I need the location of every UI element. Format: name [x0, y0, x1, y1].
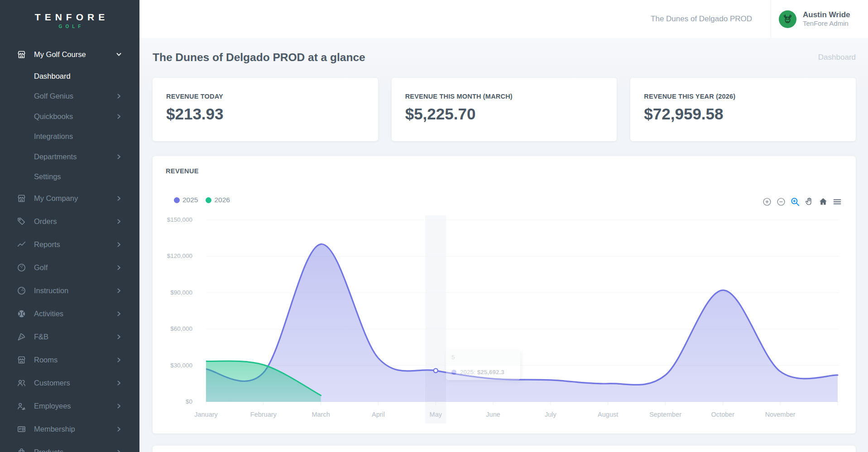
- sidebar-item-label: Instruction: [34, 286, 68, 295]
- employee-icon: [16, 401, 26, 411]
- chart-plot-area[interactable]: [206, 210, 839, 419]
- chart-legend: 20252026: [174, 196, 230, 204]
- sidebar-item-employees[interactable]: Employees: [0, 395, 139, 418]
- sidebar-item-my-company[interactable]: My Company: [0, 187, 139, 210]
- stat-label: REVENUE THIS YEAR (2026): [644, 93, 842, 100]
- sidebar-item-label: Products: [34, 448, 63, 452]
- sidebar-item-label: Customers: [34, 379, 70, 387]
- sidebar-item-orders[interactable]: Orders: [0, 210, 139, 233]
- sidebar-item-label: Activities: [34, 309, 63, 318]
- zoom-in-icon[interactable]: [762, 197, 772, 207]
- revenue-chart-card: REVENUE 20252026 $150,000$120,000$90,000…: [153, 156, 856, 433]
- breadcrumb[interactable]: Dashboard: [818, 53, 856, 62]
- chevron-right-icon: [116, 94, 121, 99]
- user-menu[interactable]: Austin Wride TenFore Admin: [771, 0, 868, 38]
- user-role: TenFore Admin: [803, 19, 850, 28]
- sidebar-item-dashboard[interactable]: Dashboard: [0, 66, 139, 86]
- tag-icon: [16, 217, 26, 227]
- legend-label: 2026: [214, 196, 230, 204]
- main-content: The Dunes of Delgado PROD at a glance Da…: [139, 38, 868, 452]
- sidebar-item-golf-genius[interactable]: Golf Genius: [0, 86, 139, 107]
- sidebar-item-label: Rooms: [34, 356, 58, 364]
- sidebar-nav: My Golf CourseDashboardGolf GeniusQuickb…: [0, 43, 139, 452]
- golf-ball-icon: [16, 263, 26, 273]
- sidebar-item-integrations[interactable]: Integrations: [0, 127, 139, 147]
- sidebar-item-label: Integrations: [34, 132, 73, 141]
- hover-marker: [434, 369, 438, 373]
- stat-value: $72,959.58: [644, 105, 842, 123]
- sidebar-item-customers[interactable]: Customers: [0, 371, 139, 395]
- selection-zoom-icon[interactable]: [790, 197, 800, 207]
- sidebar-item-label: My Golf Course: [34, 50, 86, 59]
- pan-icon[interactable]: [804, 197, 814, 207]
- user-avatar: [779, 10, 796, 28]
- sidebar-item-label: Golf: [34, 263, 48, 272]
- legend-label: 2025: [182, 196, 198, 204]
- sidebar-item-label: Orders: [34, 217, 57, 226]
- stat-label: REVENUE THIS MONTH (MARCH): [405, 93, 604, 100]
- sidebar-item-activities[interactable]: Activities: [0, 302, 139, 325]
- y-tick-label: $30,000: [153, 362, 192, 369]
- zoom-out-icon[interactable]: [776, 197, 786, 207]
- logo-wordmark: TENFORE: [4, 12, 139, 23]
- home-icon[interactable]: [818, 197, 828, 207]
- stat-card-revenue-this-month-march: REVENUE THIS MONTH (MARCH)$5,225.70: [392, 78, 617, 141]
- logo-tagline: GOLF: [3, 24, 139, 29]
- sidebar-item-rooms[interactable]: Rooms: [0, 348, 139, 371]
- sidebar-item-membership[interactable]: Membership: [0, 418, 139, 441]
- chevron-right-icon: [116, 219, 121, 224]
- moose-icon: [782, 13, 794, 25]
- chevron-right-icon: [116, 242, 121, 247]
- topbar: The Dunes of Delgado PROD Austin Wride T…: [139, 0, 868, 38]
- legend-item-2025[interactable]: 2025: [174, 196, 198, 204]
- chevron-right-icon: [116, 450, 121, 452]
- chevron-right-icon: [116, 357, 121, 362]
- sidebar-item-label: Golf Genius: [34, 92, 73, 100]
- chevron-right-icon: [116, 196, 121, 201]
- people-icon: [16, 378, 26, 388]
- chevron-right-icon: [116, 288, 121, 293]
- sidebar-item-reports[interactable]: Reports: [0, 233, 139, 256]
- chevron-down-icon: [116, 52, 121, 57]
- tenfore-logo[interactable]: TENFORE GOLF: [0, 0, 139, 29]
- user-name: Austin Wride: [803, 10, 850, 19]
- shopping-bag-icon: [16, 447, 26, 452]
- chevron-right-icon: [116, 334, 121, 339]
- sidebar-item-label: My Company: [34, 194, 78, 203]
- chart-toolbar: [762, 197, 842, 207]
- sidebar-item-label: Reports: [34, 240, 60, 249]
- storefront-icon: [16, 194, 26, 204]
- sidebar-item-instruction[interactable]: Instruction: [0, 279, 139, 302]
- legend-item-2026[interactable]: 2026: [206, 196, 230, 204]
- sidebar-item-label: Employees: [34, 402, 71, 410]
- sidebar-item-label: Settings: [34, 172, 61, 181]
- y-tick-label: $150,000: [153, 216, 192, 223]
- sidebar-item-departments[interactable]: Departments: [0, 147, 139, 167]
- instruction-ball-icon: [16, 286, 26, 296]
- sidebar-item-products[interactable]: Products: [0, 441, 139, 452]
- storefront-icon: [16, 50, 26, 60]
- sidebar-item-golf[interactable]: Golf: [0, 256, 139, 279]
- stat-value: $213.93: [166, 105, 364, 123]
- stat-card-revenue-today: REVENUE TODAY$213.93: [153, 78, 378, 141]
- legend-dot: [206, 197, 211, 203]
- stat-value: $5,225.70: [405, 105, 604, 123]
- page-title: The Dunes of Delgado PROD at a glance: [153, 51, 365, 64]
- id-card-icon: [16, 424, 26, 434]
- stat-label: REVENUE TODAY: [166, 93, 364, 100]
- sidebar-item-settings[interactable]: Settings: [0, 167, 139, 187]
- sidebar-item-my-golf-course[interactable]: My Golf Course: [0, 43, 139, 66]
- sidebar-item-label: Quickbooks: [34, 112, 73, 121]
- menu-icon[interactable]: [832, 197, 842, 207]
- sidebar-item-label: Departments: [34, 152, 77, 161]
- series-2025-area: [206, 244, 838, 402]
- y-tick-label: $60,000: [153, 325, 192, 332]
- stat-card-revenue-this-year-2026: REVENUE THIS YEAR (2026)$72,959.58: [630, 78, 856, 141]
- sidebar-item-f-b[interactable]: F&B: [0, 325, 139, 348]
- trend-chart-icon: [16, 240, 26, 250]
- legend-dot: [174, 197, 180, 203]
- y-tick-label: $120,000: [153, 252, 192, 259]
- revenue-area-chart: [206, 210, 839, 419]
- topbar-course-name: The Dunes of Delgado PROD: [651, 0, 752, 38]
- sidebar-item-quickbooks[interactable]: Quickbooks: [0, 106, 139, 127]
